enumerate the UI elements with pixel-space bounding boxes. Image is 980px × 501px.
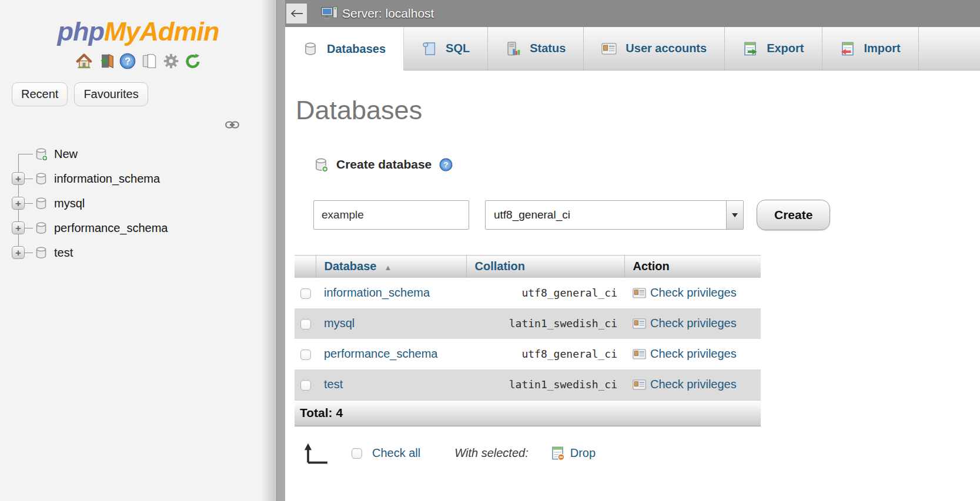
server-icon (321, 6, 339, 21)
tab-label: Import (864, 42, 901, 55)
tab-label: Databases (327, 42, 386, 56)
database-new-icon (34, 147, 48, 161)
database-link[interactable]: information_schema (324, 286, 430, 299)
collation-value: latin1_swedish_ci (466, 369, 624, 400)
check-privileges-link[interactable]: Check privileges (650, 378, 737, 391)
tab-user-accounts[interactable]: User accounts (584, 27, 725, 70)
phpmyadmin-logo[interactable]: phpMyAdmin (0, 16, 276, 47)
tree-item-mysql[interactable]: + mysql (11, 191, 276, 216)
page-title: Databases (296, 95, 980, 126)
with-selected-label: With selected: (454, 446, 528, 460)
table-footer-controls: Check all With selected: Drop (303, 442, 980, 465)
check-all-checkbox[interactable] (352, 448, 362, 459)
tree-branch-line (25, 228, 33, 228)
drop-icon (550, 446, 565, 460)
tab-status[interactable]: Status (488, 27, 584, 70)
navigation-sidebar: phpMyAdmin ? Recent Favourites (0, 0, 276, 501)
tree-item-label[interactable]: New (54, 147, 78, 161)
tree-branch-line (25, 203, 33, 204)
help-icon[interactable]: ? (119, 53, 136, 69)
drop-action[interactable]: Drop (550, 446, 596, 460)
sort-ascending-icon: ▲ (384, 263, 392, 272)
tab-label: Status (530, 42, 566, 55)
table-row: information_schema utf8_general_ci Check… (295, 278, 761, 308)
header-database[interactable]: Database▲ (316, 255, 466, 278)
tab-databases[interactable]: Databases (285, 27, 404, 70)
tree-item-label[interactable]: mysql (54, 197, 85, 210)
tab-import[interactable]: Import (822, 27, 919, 70)
collation-select[interactable]: utf8_general_ci (485, 200, 744, 230)
check-privileges-link[interactable]: Check privileges (650, 317, 737, 330)
tab-export[interactable]: Export (725, 27, 822, 70)
table-row: mysql latin1_swedish_ci Check privileges (295, 308, 761, 339)
expand-icon[interactable]: + (12, 246, 25, 259)
tree-item-label[interactable]: test (54, 246, 73, 260)
sql-icon (422, 41, 437, 56)
select-rows-marker-icon (303, 442, 330, 465)
tree-item-label[interactable]: performance_schema (54, 221, 168, 235)
breadcrumb[interactable]: Server: localhost (321, 6, 434, 21)
tree-item-performance-schema[interactable]: + performance_schema (11, 216, 276, 240)
chevron-down-icon (732, 213, 738, 217)
row-checkbox[interactable] (300, 349, 311, 360)
database-icon (34, 221, 48, 235)
server-breadcrumb-label[interactable]: Server: localhost (342, 6, 434, 21)
tree-branch-line (25, 179, 33, 179)
create-button[interactable]: Create (757, 200, 830, 230)
database-icon (34, 172, 48, 186)
database-name-input[interactable] (313, 200, 469, 230)
databases-table: Database▲ Collation Action information_s… (295, 255, 761, 400)
svg-text:?: ? (124, 56, 130, 67)
drop-link-label[interactable]: Drop (570, 446, 596, 460)
database-link[interactable]: test (324, 378, 343, 391)
logout-icon[interactable] (98, 53, 114, 69)
help-icon[interactable]: ? (439, 158, 453, 172)
expand-icon[interactable]: + (12, 197, 25, 210)
back-button[interactable] (286, 4, 307, 23)
documentation-icon[interactable] (141, 53, 158, 69)
database-link[interactable]: performance_schema (324, 347, 437, 360)
settings-icon[interactable] (163, 53, 179, 69)
favourites-button[interactable]: Favourites (74, 82, 148, 106)
check-privileges-link[interactable]: Check privileges (650, 286, 737, 300)
collation-selected-value: utf8_general_ci (486, 209, 570, 221)
header-checkbox-column (295, 255, 316, 278)
total-label: Total: 4 (300, 406, 343, 420)
check-all-link[interactable]: Check all (372, 446, 420, 460)
panel-divider (276, 0, 285, 501)
link-row (0, 120, 276, 132)
check-privileges-icon (633, 318, 646, 329)
table-total-row: Total: 4 (295, 400, 761, 426)
header-collation[interactable]: Collation (466, 255, 624, 278)
home-icon[interactable] (76, 53, 92, 69)
tree-item-label[interactable]: information_schema (54, 172, 160, 186)
tree-item-information-schema[interactable]: + information_schema (11, 166, 276, 191)
refresh-icon[interactable] (185, 53, 201, 69)
database-tree: New + information_schema + mysql + perfo… (11, 142, 276, 265)
tree-branch-line (25, 253, 33, 253)
row-checkbox[interactable] (300, 288, 311, 299)
check-privileges-icon (633, 288, 646, 298)
row-checkbox[interactable] (300, 319, 311, 329)
collation-value: utf8_general_ci (466, 339, 624, 369)
tree-item-new[interactable]: New (11, 142, 276, 166)
expand-icon[interactable]: + (12, 172, 25, 185)
export-icon (742, 41, 758, 56)
check-privileges-icon (633, 379, 646, 390)
database-link[interactable]: mysql (324, 317, 354, 329)
header-action: Action (624, 255, 761, 278)
check-privileges-icon (633, 349, 646, 359)
tree-branch-line (19, 154, 33, 154)
main-panel: Server: localhost Databases SQL Status U… (285, 0, 980, 501)
create-database-heading: Create database (336, 157, 432, 172)
check-privileges-link[interactable]: Check privileges (650, 347, 737, 361)
tree-item-test[interactable]: + test (11, 240, 276, 265)
create-database-form: utf8_general_ci Create (313, 200, 980, 230)
expand-icon[interactable]: + (12, 221, 25, 234)
row-checkbox[interactable] (300, 380, 311, 391)
select-dropdown-button[interactable] (726, 201, 743, 229)
collation-value: utf8_general_ci (466, 278, 624, 308)
link-with-main-panel-icon[interactable] (225, 120, 239, 132)
recent-button[interactable]: Recent (12, 82, 68, 106)
tab-sql[interactable]: SQL (404, 27, 488, 70)
